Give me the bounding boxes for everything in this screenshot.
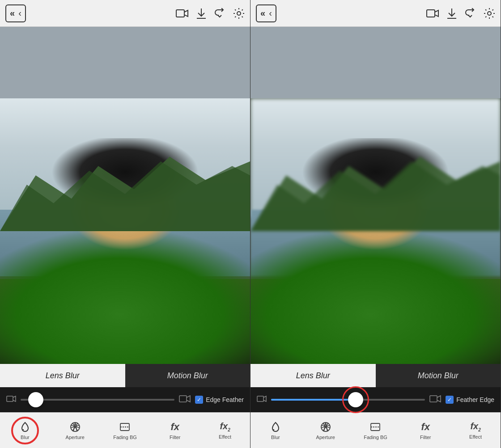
fading-icon-right	[369, 421, 381, 433]
video-icon-right[interactable]	[426, 8, 439, 18]
lens-blur-btn-left[interactable]: Lens Blur	[0, 364, 125, 387]
svg-marker-1	[184, 10, 188, 17]
nav-fading-right[interactable]: Fading BG	[351, 413, 401, 448]
slider-max-icon-left	[179, 394, 191, 406]
nav-buttons-right: « ‹	[256, 4, 276, 22]
nav-blur-right[interactable]: Blur	[250, 413, 301, 448]
slider-thumb-right[interactable]	[348, 392, 363, 407]
photo-composite-right	[250, 98, 501, 364]
nav-aperture-right[interactable]: Aperture	[301, 413, 351, 448]
svg-rect-27	[430, 396, 437, 402]
svg-rect-19	[427, 10, 435, 17]
nav-filter-label-left: Filter	[170, 435, 180, 440]
right-panel: « ‹	[250, 0, 501, 448]
toolbar-icons-right	[426, 8, 495, 19]
toolbar-icons-left	[176, 8, 245, 19]
nav-effect-right[interactable]: fx2 Effect	[450, 413, 501, 448]
lens-blur-btn-right[interactable]: Lens Blur	[250, 364, 376, 387]
blur-selector-right: Lens Blur Motion Blur	[250, 364, 501, 387]
share-icon-left[interactable]	[214, 8, 225, 19]
svg-rect-8	[179, 396, 187, 402]
edge-feather-text-right: Feather Edge	[456, 396, 494, 403]
svg-marker-20	[435, 10, 438, 17]
motion-blur-btn-left[interactable]: Motion Blur	[125, 364, 250, 387]
nav-blur-label-left: Blur	[21, 435, 30, 440]
blur-selector-left: Lens Blur Motion Blur	[0, 364, 250, 387]
slider-track-left[interactable]	[21, 392, 174, 407]
motion-blur-btn-right[interactable]: Motion Blur	[376, 364, 501, 387]
svg-rect-7	[7, 396, 13, 402]
mountain-svg-right	[250, 138, 501, 231]
edge-feather-label-left[interactable]: ✓ Edge Feather	[195, 396, 244, 404]
photo-area-right	[250, 98, 501, 364]
nav-filter-right[interactable]: fx Filter	[400, 413, 450, 448]
download-icon-right[interactable]	[447, 8, 457, 19]
blur-icon-left	[19, 421, 31, 433]
nav-filter-label-right: Filter	[420, 435, 431, 440]
nav-box-left: « ‹	[5, 4, 26, 22]
left-panel: « ‹	[0, 0, 250, 448]
back-double-left[interactable]: «	[10, 8, 15, 18]
slider-row-left: ✓ Edge Feather	[0, 387, 250, 412]
effect-icon-left: fx2	[220, 421, 230, 432]
mountain-svg-left	[0, 138, 250, 231]
bottom-nav-left: Blur Aperture Fading BG fx Filter	[0, 412, 250, 448]
svg-point-4	[237, 12, 241, 15]
settings-icon-right[interactable]	[484, 8, 495, 19]
slider-thumb-left[interactable]	[28, 392, 43, 407]
slider-row-right: ✓ Feather Edge	[250, 387, 501, 412]
preview-top-right	[250, 27, 501, 98]
nav-aperture-label-left: Aperture	[66, 435, 85, 440]
slider-track-right[interactable]	[271, 392, 425, 407]
back-double-right[interactable]: «	[260, 8, 265, 18]
back-single-left[interactable]: ‹	[18, 8, 21, 18]
nav-effect-label-left: Effect	[219, 434, 231, 440]
edge-feather-checkbox-left[interactable]: ✓	[195, 396, 203, 404]
filter-icon-right: fx	[421, 421, 430, 433]
controls-right: Lens Blur Motion Blur	[250, 364, 501, 412]
preview-top-left	[0, 27, 250, 98]
photo-composite-left	[0, 98, 250, 364]
controls-left: Lens Blur Motion Blur	[0, 364, 250, 412]
slider-max-icon-right	[429, 394, 441, 406]
slider-min-icon-left	[6, 395, 16, 405]
nav-blur-label-right: Blur	[271, 435, 280, 440]
nav-fading-label-right: Fading BG	[364, 435, 387, 440]
svg-marker-25	[250, 161, 501, 231]
aperture-icon-left	[69, 421, 81, 433]
toolbar-left: « ‹	[0, 0, 250, 27]
filter-icon-left: fx	[171, 421, 180, 433]
nav-aperture-left[interactable]: Aperture	[50, 413, 100, 448]
nav-filter-left[interactable]: fx Filter	[150, 413, 200, 448]
nav-buttons-left: « ‹	[5, 4, 26, 22]
effect-icon-right: fx2	[470, 421, 480, 432]
svg-rect-26	[257, 396, 263, 402]
edge-feather-checkbox-right[interactable]: ✓	[446, 396, 454, 404]
edge-feather-text-left: Edge Feather	[206, 396, 244, 403]
video-icon-left[interactable]	[176, 8, 188, 18]
nav-effect-left[interactable]: fx2 Effect	[200, 413, 250, 448]
nav-box-right: « ‹	[256, 4, 276, 22]
nav-blur-left[interactable]: Blur	[0, 413, 50, 448]
toolbar-right: « ‹	[250, 0, 501, 27]
nav-effect-label-right: Effect	[469, 434, 482, 440]
svg-marker-6	[0, 161, 250, 231]
share-icon-right[interactable]	[465, 8, 476, 19]
aperture-icon-right	[320, 421, 331, 433]
back-single-right[interactable]: ‹	[269, 8, 272, 18]
bottom-nav-right: Blur Aperture Fading BG fx Filter	[250, 412, 501, 448]
photo-area-left	[0, 98, 250, 364]
edge-feather-label-right[interactable]: ✓ Feather Edge	[446, 396, 494, 404]
nav-fading-label-left: Fading BG	[113, 435, 137, 440]
svg-rect-0	[176, 10, 184, 17]
nav-aperture-label-right: Aperture	[316, 435, 335, 440]
download-icon-left[interactable]	[196, 8, 206, 19]
nav-fading-left[interactable]: Fading BG	[100, 413, 150, 448]
slider-min-icon-right	[257, 395, 267, 405]
blur-icon-right	[270, 421, 281, 433]
settings-icon-left[interactable]	[233, 8, 245, 19]
fading-icon-left	[119, 421, 131, 433]
svg-point-23	[488, 12, 491, 15]
